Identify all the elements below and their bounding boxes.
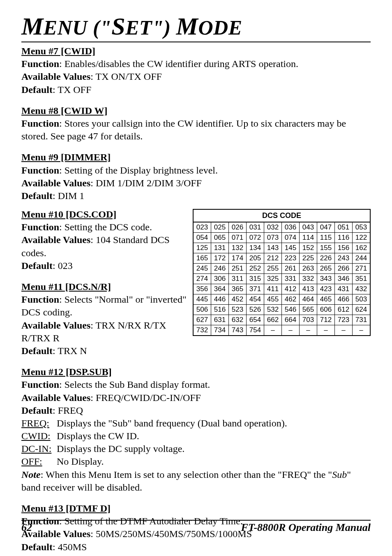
dcs-cell: 371 [247, 284, 264, 294]
menu-12-function: Function: Selects the Sub Band display f… [21, 378, 371, 391]
dcs-cell: 043 [300, 222, 317, 233]
menu-9-function: Function: Setting of the Display brightn… [21, 164, 371, 177]
dcs-cell: 073 [264, 233, 282, 243]
dcs-cell: 134 [247, 243, 264, 253]
dcs-cell: 251 [229, 264, 247, 274]
dcs-cell: 252 [247, 264, 264, 274]
dcs-cell: 632 [229, 315, 247, 325]
table-row: 023025026031032036043047051053 [193, 222, 370, 233]
dcs-cell: 624 [353, 305, 371, 315]
dcs-cell: 071 [229, 233, 247, 243]
dcs-cell: 423 [317, 284, 335, 294]
table-row: 125131132134143145152155156162 [193, 243, 370, 253]
dcs-cell: 174 [229, 253, 247, 264]
dcs-cell: 516 [211, 305, 229, 315]
dcs-cell: 125 [193, 243, 211, 253]
dcs-cell: 503 [353, 294, 371, 305]
dcs-cell: 432 [353, 284, 371, 294]
menu-12-note: Note: When this Menu Item is set to any … [21, 468, 371, 494]
dcs-cell: 332 [300, 274, 317, 284]
dcs-cell: 036 [282, 222, 300, 233]
dcs-cell: 065 [211, 233, 229, 243]
dcs-cell: 162 [353, 243, 371, 253]
title-rule [21, 42, 371, 42]
table-row: 445446452454455462464465466503 [193, 294, 370, 305]
dcs-cell: 413 [300, 284, 317, 294]
menu-10-head: Menu #10 [DCS.COD] [21, 209, 116, 220]
dcs-cell: 223 [282, 253, 300, 264]
def-dcin: DC-IN:Displays the DC supply voltage. [21, 442, 371, 455]
content-row: Menu #10 [DCS.COD] Function: Setting the… [21, 208, 371, 378]
dcs-cell: 246 [211, 264, 229, 274]
table-row: 732734743754–––––– [193, 325, 370, 336]
table-row: 245246251252255261263265266271 [193, 264, 370, 274]
dcs-cell: 343 [317, 274, 335, 284]
dcs-cell: 331 [282, 274, 300, 284]
dcs-cell: – [300, 325, 317, 336]
menu-11: Menu #11 [DCS.N/R] Function: Selects "No… [21, 280, 189, 357]
dcs-cell: 032 [264, 222, 282, 233]
dcs-cell: 225 [300, 253, 317, 264]
dcs-cell: 114 [300, 233, 317, 243]
dcs-cell: 654 [247, 315, 264, 325]
dcs-cell: 031 [247, 222, 264, 233]
def-off: OFF:No Display. [21, 455, 371, 468]
dcs-cell: 265 [317, 264, 335, 274]
dcs-cell: 266 [335, 264, 353, 274]
dcs-cell: 306 [211, 274, 229, 284]
table-row: 054065071072073074114115116122 [193, 233, 370, 243]
dcs-cell: 412 [282, 284, 300, 294]
menu-11-function: Function: Selects "Normal" or "inverted"… [21, 293, 189, 319]
dcs-cell: 464 [300, 294, 317, 305]
dcs-cell: 631 [211, 315, 229, 325]
menu-9: Menu #9 [DIMMER] Function: Setting of th… [21, 151, 371, 202]
footer-rule [21, 520, 371, 521]
menu-9-head: Menu #9 [DIMMER] [21, 152, 111, 162]
dcs-cell: 506 [193, 305, 211, 315]
menu-11-head: Menu #11 [DCS.N/R] [21, 281, 111, 292]
dcs-table: DCS CODE 0230250260310320360430470510530… [193, 209, 371, 336]
dcs-table-title: DCS CODE [193, 209, 370, 222]
dcs-cell: 731 [353, 315, 371, 325]
dcs-cell: 465 [317, 294, 335, 305]
dcs-cell: 155 [317, 243, 335, 253]
dcs-cell: 723 [335, 315, 353, 325]
dcs-cell: – [264, 325, 282, 336]
dcs-cell: 274 [193, 274, 211, 284]
dcs-cell: 132 [229, 243, 247, 253]
dcs-cell: 462 [282, 294, 300, 305]
def-freq: FREQ:Displays the "Sub" band frequency (… [21, 417, 371, 430]
dcs-cell: – [282, 325, 300, 336]
dcs-cell: – [335, 325, 353, 336]
menu-12-values: Available Values: FREQ/CWID/DC-IN/OFF [21, 392, 371, 404]
dcs-cell: 205 [247, 253, 264, 264]
dcs-cell: 143 [264, 243, 282, 253]
dcs-cell: 523 [229, 305, 247, 315]
menu-12-defs: FREQ:Displays the "Sub" band frequency (… [21, 417, 371, 468]
menu-10-function: Function: Setting the DCS code. [21, 221, 189, 234]
dcs-cell: 364 [211, 284, 229, 294]
table-row: 627631632654662664703712723731 [193, 315, 370, 325]
dcs-cell: 271 [353, 264, 371, 274]
menu-9-default: Default: DIM 1 [21, 190, 371, 202]
dcs-cell: 212 [264, 253, 282, 264]
dcs-cell: 245 [193, 264, 211, 274]
dcs-cell: 025 [211, 222, 229, 233]
dcs-cell: 165 [193, 253, 211, 264]
dcs-cell: 026 [229, 222, 247, 233]
dcs-cell: 226 [317, 253, 335, 264]
menu-8: Menu #8 [CWID W] Function: Stores your c… [21, 104, 371, 143]
menu-11-values: Available Values: TRX N/RX R/TX R/TRX R [21, 319, 189, 345]
dcs-cell: 255 [264, 264, 282, 274]
dcs-cell: 712 [317, 315, 335, 325]
menu-7-head: Menu #7 [CWID] [21, 46, 95, 56]
dcs-cell: 047 [317, 222, 335, 233]
menu-10: Menu #10 [DCS.COD] Function: Setting the… [21, 208, 189, 272]
dcs-cell: 156 [335, 243, 353, 253]
dcs-cell: 116 [335, 233, 353, 243]
dcs-cell: 172 [211, 253, 229, 264]
dcs-cell: 072 [247, 233, 264, 243]
menu-12-head-section: Menu #12 [DSP.SUB] [21, 366, 189, 378]
menu-8-head: Menu #8 [CWID W] [21, 105, 108, 116]
dcs-cell: 612 [335, 305, 353, 315]
